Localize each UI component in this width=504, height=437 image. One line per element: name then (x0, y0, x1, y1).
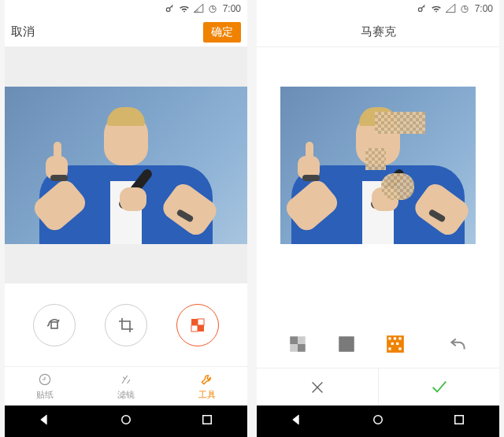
cancel-button[interactable] (257, 368, 378, 406)
signal-icon (445, 3, 456, 14)
tab-label: 贴纸 (36, 389, 54, 401)
mosaic-styles (257, 320, 499, 368)
wifi-icon (179, 3, 190, 14)
svg-rect-19 (394, 337, 396, 339)
confirm-button[interactable]: 确定 (203, 22, 241, 43)
recent-icon[interactable] (200, 413, 214, 430)
svg-rect-23 (388, 347, 391, 350)
svg-rect-14 (290, 344, 298, 352)
tab-filters[interactable]: 滤镜 (86, 367, 167, 406)
back-icon[interactable] (38, 413, 52, 430)
recent-icon[interactable] (452, 413, 466, 430)
status-time: 7:00 (475, 3, 493, 14)
rotate-button[interactable] (33, 304, 76, 346)
bottom-tabs: 贴纸 滤镜 工具 (5, 366, 247, 406)
key-icon (417, 3, 428, 14)
status-time: 7:00 (223, 3, 241, 14)
image-canvas[interactable] (5, 47, 247, 283)
back-icon[interactable] (290, 413, 304, 430)
home-icon[interactable] (371, 413, 385, 430)
svg-rect-2 (51, 322, 57, 328)
home-icon[interactable] (119, 413, 133, 430)
page-title: 马赛克 (361, 24, 396, 39)
cancel-button[interactable]: 取消 (11, 24, 35, 39)
crop-button[interactable] (105, 304, 147, 346)
key-icon (165, 3, 176, 14)
undo-button[interactable] (448, 334, 469, 354)
mosaic-style-pattern[interactable] (385, 334, 406, 354)
svg-rect-15 (298, 344, 306, 352)
svg-rect-20 (398, 337, 401, 339)
phone-right: 7:00 马赛克 (257, 0, 499, 437)
wifi-icon (431, 3, 442, 14)
tab-tools[interactable]: 工具 (166, 367, 247, 406)
svg-point-10 (418, 8, 422, 12)
tool-row (5, 283, 247, 366)
svg-rect-26 (454, 416, 463, 424)
signal-icon (193, 3, 204, 14)
svg-rect-22 (396, 343, 398, 345)
svg-rect-18 (388, 337, 391, 339)
svg-rect-9 (202, 416, 211, 424)
svg-rect-16 (339, 336, 354, 352)
svg-rect-3 (191, 319, 198, 325)
svg-rect-12 (290, 336, 298, 344)
tab-label: 工具 (198, 389, 216, 401)
status-bar: 7:00 (257, 0, 499, 17)
mosaic-style-solid[interactable] (336, 334, 357, 354)
confirm-bar (257, 368, 499, 406)
status-bar: 7:00 (5, 0, 247, 17)
mosaic-button[interactable] (176, 304, 219, 346)
svg-point-8 (122, 416, 131, 424)
svg-rect-4 (198, 319, 204, 325)
svg-rect-5 (191, 325, 198, 331)
tab-label: 滤镜 (117, 389, 135, 401)
svg-rect-13 (298, 336, 306, 344)
battery-icon (459, 3, 470, 14)
edited-photo (5, 87, 247, 244)
svg-rect-24 (398, 347, 401, 350)
tab-stickers[interactable]: 贴纸 (5, 367, 86, 406)
android-nav (5, 406, 247, 437)
mosaic-region (365, 148, 386, 170)
mosaic-region (381, 173, 414, 200)
svg-point-0 (166, 8, 170, 12)
image-canvas[interactable] (257, 47, 499, 244)
svg-rect-6 (198, 325, 204, 331)
edited-photo (280, 87, 476, 244)
app-bar: 马赛克 (257, 17, 499, 47)
svg-point-25 (374, 416, 383, 424)
mosaic-style-classic[interactable] (287, 334, 308, 354)
svg-rect-21 (391, 343, 394, 345)
phone-left: 7:00 取消 确定 (5, 0, 247, 437)
app-bar: 取消 确定 (5, 17, 247, 47)
mosaic-region (375, 112, 425, 134)
battery-icon (207, 3, 218, 14)
android-nav (257, 406, 499, 437)
apply-button[interactable] (378, 368, 500, 406)
